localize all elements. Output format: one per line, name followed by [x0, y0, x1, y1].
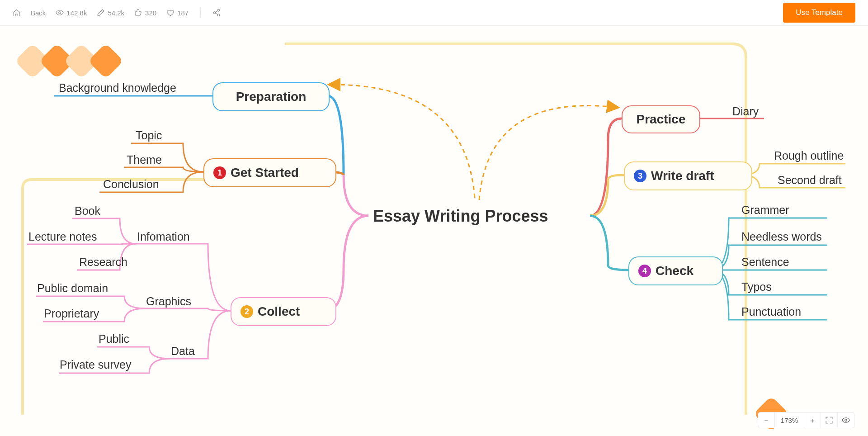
likes-stat[interactable]: 320: [134, 9, 156, 17]
badge-4: 4: [638, 265, 651, 277]
leaf-needless-words[interactable]: Needless words: [741, 230, 822, 243]
group-graphics[interactable]: Graphics: [146, 295, 191, 308]
back-button[interactable]: Back: [31, 9, 46, 17]
presentation-button[interactable]: [837, 412, 854, 428]
views-stat: 142.8k: [56, 9, 87, 17]
badge-2: 2: [241, 305, 253, 318]
leaf-background-knowledge[interactable]: Background knowledge: [59, 81, 176, 95]
share-icon: [212, 9, 221, 17]
node-write-draft-label: Write draft: [651, 169, 714, 183]
edits-stat: 54.2k: [97, 9, 124, 17]
leaf-lecture-notes[interactable]: Lecture notes: [28, 230, 97, 243]
home-icon[interactable]: [13, 9, 21, 17]
pen-icon: [97, 9, 105, 17]
node-check[interactable]: 4 Check: [628, 256, 723, 285]
group-data[interactable]: Data: [171, 345, 195, 358]
use-template-button[interactable]: Use Template: [783, 3, 855, 23]
node-get-started[interactable]: 1 Get Started: [203, 158, 336, 187]
favs-value: 187: [177, 9, 189, 17]
zoom-value: 173%: [774, 412, 804, 428]
svg-point-0: [59, 12, 61, 14]
node-collect-label: Collect: [258, 304, 300, 319]
leaf-typos[interactable]: Typos: [741, 280, 772, 294]
badge-3: 3: [634, 170, 646, 182]
leaf-diary[interactable]: Diary: [732, 105, 759, 118]
leaf-book[interactable]: Book: [75, 204, 100, 218]
svg-point-3: [217, 14, 220, 16]
leaf-private-survey[interactable]: Private survey: [60, 358, 131, 371]
badge-1: 1: [213, 166, 226, 179]
heart-icon: [166, 9, 175, 17]
edits-value: 54.2k: [108, 9, 124, 17]
leaf-research[interactable]: Research: [79, 256, 127, 269]
group-information[interactable]: Infomation: [137, 230, 190, 243]
mindmap-canvas[interactable]: Essay Writing Process Preparation Backgr…: [0, 26, 868, 436]
node-preparation[interactable]: Preparation: [212, 82, 330, 111]
svg-point-2: [213, 12, 216, 14]
top-toolbar: Back 142.8k 54.2k 320 187 Use Template: [0, 0, 868, 26]
leaf-theme[interactable]: Theme: [127, 153, 162, 166]
fullscreen-icon: [825, 416, 833, 424]
node-collect[interactable]: 2 Collect: [231, 297, 336, 326]
leaf-second-draft[interactable]: Second draft: [778, 174, 842, 187]
node-check-label: Check: [656, 264, 693, 278]
views-value: 142.8k: [66, 9, 87, 17]
leaf-public[interactable]: Public: [99, 332, 129, 346]
thumb-icon: [134, 9, 142, 17]
leaf-rough-outline[interactable]: Rough outline: [774, 149, 844, 162]
leaf-topic[interactable]: Topic: [136, 129, 162, 142]
leaf-punctuation[interactable]: Punctuation: [741, 305, 801, 318]
leaf-grammer[interactable]: Grammer: [741, 204, 789, 217]
toolbar-divider: [200, 8, 201, 18]
node-get-started-label: Get Started: [231, 166, 299, 180]
node-write-draft[interactable]: 3 Write draft: [624, 161, 752, 190]
favs-stat[interactable]: 187: [166, 9, 189, 17]
zoom-in-button[interactable]: +: [804, 412, 821, 428]
zoom-controls: − 173% +: [758, 412, 854, 428]
share-button[interactable]: [212, 9, 221, 17]
zoom-out-button[interactable]: −: [758, 412, 774, 428]
leaf-proprietary[interactable]: Proprietary: [44, 307, 99, 320]
fullscreen-button[interactable]: [821, 412, 837, 428]
mindmap-center[interactable]: Essay Writing Process: [373, 207, 548, 226]
leaf-public-domain[interactable]: Public domain: [37, 282, 108, 295]
eye-icon: [842, 416, 850, 424]
svg-point-1: [217, 9, 220, 12]
eye-icon: [56, 9, 64, 17]
svg-point-4: [845, 419, 847, 422]
leaf-sentence[interactable]: Sentence: [741, 256, 789, 269]
decor-diamond: [88, 43, 123, 79]
leaf-conclusion[interactable]: Conclusion: [103, 178, 159, 191]
node-practice[interactable]: Practice: [622, 105, 700, 133]
likes-value: 320: [145, 9, 156, 17]
